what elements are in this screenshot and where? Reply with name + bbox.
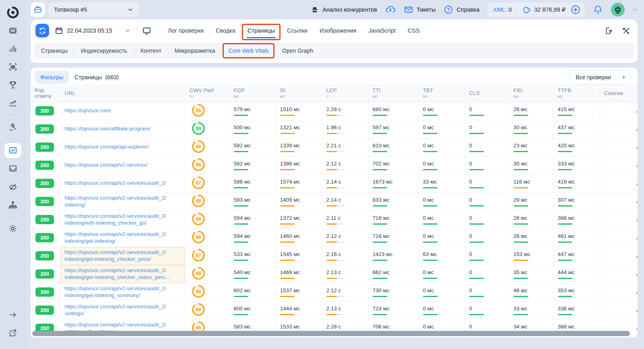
metric-bar (558, 169, 572, 170)
metric-value: 353 мс (558, 287, 596, 293)
column-header[interactable]: CLS (465, 85, 509, 102)
settings-gear-icon[interactable] (4, 221, 21, 236)
tab-images[interactable]: Изображения (320, 27, 356, 34)
competitor-analysis-label: Анализ конкурентов (322, 6, 377, 13)
project-selector[interactable]: Топвизор #5 (48, 2, 139, 17)
page-url-link[interactable]: https://​topvisor.com/​api/​v2-services/… (65, 231, 181, 244)
tab-links[interactable]: Ссылки (287, 27, 308, 34)
refresh-button[interactable] (35, 24, 49, 37)
cloud-sync-icon[interactable] (385, 4, 396, 15)
metric-bar (514, 151, 528, 152)
sitemap-icon[interactable] (4, 197, 21, 213)
topvisor-logo-icon[interactable] (4, 5, 21, 20)
projects-overview-icon[interactable] (4, 23, 21, 38)
competitors-trophy-icon[interactable] (4, 77, 21, 93)
notifications-bell-icon[interactable] (593, 5, 603, 15)
metric-value: 0 (469, 142, 505, 149)
cwv-gauge: 88 (191, 139, 206, 154)
column-header[interactable]: TTFBмс (553, 85, 600, 102)
subtab-content[interactable]: Контент (140, 46, 162, 56)
metric-value: 415 мс (558, 106, 596, 112)
checks-dropdown-value: Все проверки (576, 74, 611, 81)
cwv-gauge: 88 (191, 230, 206, 244)
metric-bar (373, 205, 387, 207)
collapse-arrow-icon[interactable] (4, 307, 21, 322)
xml-limits[interactable]: XML: 0 (493, 6, 512, 13)
column-header[interactable]: TBTмс (419, 85, 465, 102)
page-url-link[interactable]: https://​topvisor.com/​affiliate-program… (65, 126, 181, 132)
metric-bar (514, 296, 528, 297)
snapshots-icon[interactable] (4, 59, 21, 74)
tickets-link[interactable]: Тикеты (404, 5, 436, 14)
column-header[interactable]: Сжатие (600, 85, 638, 102)
cwv-gauge: 88 (191, 212, 206, 226)
metric-bar (469, 133, 484, 134)
competitor-analysis-link[interactable]: Анализ конкурентов (310, 5, 377, 14)
filters-button[interactable]: Фильтры (35, 71, 69, 84)
metric-value: 388 мс (558, 324, 596, 330)
metric-value: 1673 мс (373, 179, 415, 185)
avatar[interactable] (611, 3, 625, 17)
projects-button[interactable] (31, 2, 45, 17)
subtab-open-graph[interactable]: Open Graph (281, 46, 314, 56)
subtab-microdata[interactable]: Микроразметка (174, 46, 216, 56)
page-url-link[interactable]: https://​topvisor.com/​api/​v2-services/… (65, 285, 181, 299)
metric-value: 333 мс (558, 161, 596, 167)
subtab-pages[interactable]: Страницы (40, 46, 68, 56)
tab-javascript[interactable]: JavaScript (368, 27, 396, 34)
export-icon[interactable] (605, 27, 613, 35)
positions-icon[interactable] (4, 41, 21, 56)
external-link-icon[interactable] (4, 325, 21, 341)
metric-value: 0 (469, 106, 505, 112)
page-url-link[interactable]: https://​topvisor.com/​api/​v2-services/… (65, 249, 181, 262)
metric-value: 461 мс (558, 233, 596, 239)
trends-icon[interactable] (4, 95, 21, 111)
tab-pages[interactable]: Страницы (248, 27, 275, 34)
page-url-link[interactable]: https://​topvisor.com/​api/​v2-services/… (65, 213, 181, 226)
page-url-link[interactable]: https://​topvisor.com/​api/​v2-services/ (65, 162, 181, 169)
metric-bar (326, 133, 345, 134)
subtab-core-web-vitals[interactable]: Core Web Vitals (227, 46, 270, 56)
tab-summary[interactable]: Сводка (216, 27, 235, 34)
metric-bar (558, 314, 572, 315)
window-icon[interactable] (4, 161, 21, 176)
column-header[interactable]: FCPмс (229, 85, 276, 102)
checks-dropdown[interactable]: Все проверки ▼ (570, 70, 631, 85)
avatar-caret-icon[interactable] (633, 7, 638, 12)
column-header[interactable]: URL (60, 85, 185, 102)
metric-value: 1510 мс (280, 106, 318, 112)
help-link[interactable]: ? Справка (444, 5, 479, 14)
page-url-link[interactable]: https://​topvisor.com/​api/​v2-services/… (65, 180, 181, 187)
balance[interactable]: 32 876,99 ₽ (522, 5, 566, 14)
page-url-link[interactable]: https://​topvisor.com/​api/​api-explorer… (65, 144, 181, 151)
page-url-link[interactable]: https://​topvisor.com/​api/​v2-services/… (65, 267, 181, 281)
top-up-plus-icon[interactable] (570, 4, 581, 15)
svg-text:86: 86 (196, 325, 201, 330)
page-url-link[interactable]: https://​topvisor.com/​api/​v2-services/… (65, 195, 181, 208)
site-audit-icon-active[interactable] (4, 143, 21, 158)
metric-value: 33 мс (423, 179, 461, 185)
metric-value: 447 мс (558, 251, 596, 257)
horizontal-scrollbar[interactable] (32, 331, 636, 337)
tab-log[interactable]: Лог проверки (168, 27, 204, 34)
bids-gavel-icon[interactable] (4, 119, 21, 134)
page-url-link[interactable]: https://​topvisor.com/ (65, 107, 181, 114)
metric-value: 602 мс (234, 287, 272, 293)
tools-icon[interactable] (622, 27, 630, 35)
check-date-selector[interactable]: 22.04.2023 05:15 (55, 27, 130, 35)
metric-bar (234, 278, 248, 279)
subtab-indexability[interactable]: Индексируемость (80, 46, 128, 56)
column-header[interactable]: Код ответа (31, 85, 60, 102)
column-header[interactable]: FIDмс (509, 85, 553, 102)
column-header[interactable]: TTIмс (368, 85, 419, 102)
device-desktop-icon[interactable] (142, 26, 151, 35)
metric-bar (234, 169, 248, 170)
scrollbar-thumb[interactable] (32, 331, 630, 336)
status-code-badge: 200 (35, 161, 54, 170)
column-header[interactable]: SIмс (276, 85, 322, 102)
page-url-link[interactable]: https://​topvisor.com/​api/​v2-services/… (65, 304, 181, 317)
radar-icon[interactable] (4, 179, 21, 194)
column-header[interactable]: LCPс (322, 85, 368, 102)
tab-css[interactable]: CSS (408, 27, 420, 34)
column-header[interactable]: CWV Perf% (185, 85, 229, 102)
